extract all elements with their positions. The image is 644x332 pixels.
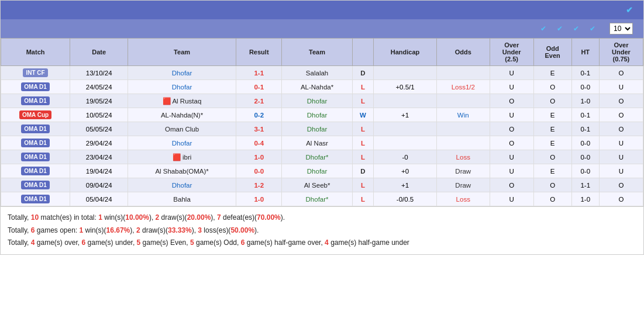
handicap-value: -0 bbox=[374, 150, 437, 164]
omacup-checkbox[interactable]: ✔ bbox=[573, 25, 579, 33]
odd-even-value: E bbox=[533, 122, 571, 136]
col-over-under-25: OverUnder(2.5) bbox=[490, 39, 533, 66]
team2-name: Dhofar bbox=[282, 122, 352, 136]
over-under-25: U bbox=[490, 108, 533, 122]
over-under-25: U bbox=[490, 66, 533, 80]
over-under-25: U bbox=[490, 80, 533, 94]
match-score: 0-1 bbox=[236, 80, 282, 94]
match-score: 0-4 bbox=[236, 136, 282, 150]
match-badge: OMA D1 bbox=[1, 164, 70, 178]
team1-name: Bahla bbox=[128, 192, 236, 206]
table-row: OMA D1 23/04/24 🟥 ibri 1-0 Dhofar* L -0 … bbox=[1, 150, 643, 164]
filter-intcf: ✔ bbox=[540, 25, 549, 33]
result-letter: D bbox=[352, 164, 374, 178]
col-over-under-075: OverUnder(0.75) bbox=[599, 39, 643, 66]
badge-label: OMA D1 bbox=[21, 181, 50, 189]
over-under-075: O bbox=[599, 122, 643, 136]
ht-score: 0-1 bbox=[571, 66, 599, 80]
badge-label: OMA D1 bbox=[21, 82, 50, 91]
odds-value: Draw bbox=[436, 178, 490, 192]
odd-even-value: O bbox=[533, 80, 571, 94]
omad1-checkbox[interactable]: ✔ bbox=[557, 25, 563, 33]
team2-name: Dhofar* bbox=[282, 150, 352, 164]
handicap-value bbox=[374, 122, 437, 136]
team1-name: Al Shabab(OMA)* bbox=[128, 164, 236, 178]
col-handicap: Handicap bbox=[374, 39, 437, 66]
match-badge: OMA D1 bbox=[1, 136, 70, 150]
team2-name: Dhofar bbox=[282, 164, 352, 178]
match-date: 19/05/24 bbox=[70, 94, 128, 108]
team1-name: 🟥 ibri bbox=[128, 150, 236, 164]
match-score: 1-0 bbox=[236, 192, 282, 206]
table-row: OMA D1 29/04/24 Dhofar 0-4 Al Nasr L O E… bbox=[1, 136, 643, 150]
team1-name: Dhofar bbox=[128, 136, 236, 150]
last-games-select[interactable]: 10 20 5 bbox=[609, 23, 633, 34]
odds-value: Loss1/2 bbox=[436, 80, 490, 94]
match-date: 29/04/24 bbox=[70, 136, 128, 150]
col-ht: HT bbox=[571, 39, 599, 66]
team1-name: 🟥 Al Rustaq bbox=[128, 94, 236, 108]
handicap-value bbox=[374, 94, 437, 108]
ht-score: 0-0 bbox=[571, 164, 599, 178]
match-badge: OMA D1 bbox=[1, 94, 70, 108]
footer-line2: Totally, 6 games open: 1 win(s)(16.67%),… bbox=[8, 224, 636, 237]
handicap-value: +1 bbox=[374, 108, 437, 122]
ht-score: 0-1 bbox=[571, 122, 599, 136]
odd-even-value: O bbox=[533, 94, 571, 108]
result-letter: L bbox=[352, 136, 374, 150]
odds-value bbox=[436, 66, 490, 80]
display-notes-checkbox[interactable]: ✔ bbox=[626, 5, 633, 15]
over-under-25: O bbox=[490, 178, 533, 192]
handicap-value: +0 bbox=[374, 164, 437, 178]
badge-label: OMA D1 bbox=[21, 167, 50, 175]
footer-line1: Totally, 10 match(es) in total: 1 win(s)… bbox=[8, 212, 636, 224]
team2-name: Dhofar bbox=[282, 108, 352, 122]
filter-bar: ✔ ✔ ✔ ✔ 10 20 5 bbox=[1, 19, 643, 38]
odd-even-value: E bbox=[533, 108, 571, 122]
match-date: 24/05/24 bbox=[70, 80, 128, 94]
odds-value bbox=[436, 94, 490, 108]
badge-label: OMA D1 bbox=[21, 195, 50, 203]
match-badge: OMA D1 bbox=[1, 178, 70, 192]
match-date: 13/10/24 bbox=[70, 66, 128, 80]
filter-omad1: ✔ bbox=[557, 25, 565, 33]
match-date: 09/04/24 bbox=[70, 178, 128, 192]
odd-even-value: E bbox=[533, 164, 571, 178]
team1-name: Dhofar bbox=[128, 80, 236, 94]
badge-label: OMA D1 bbox=[21, 96, 50, 105]
over-under-25: O bbox=[490, 122, 533, 136]
result-letter: L bbox=[352, 150, 374, 164]
over-under-25: U bbox=[490, 150, 533, 164]
main-container: ✔ ✔ ✔ ✔ ✔ 10 20 5 bbox=[0, 0, 644, 255]
filter-omafc: ✔ bbox=[590, 25, 598, 33]
table-row: OMA D1 09/04/24 Dhofar 1-2 Al Seeb* L +1… bbox=[1, 178, 643, 192]
omafc-checkbox[interactable]: ✔ bbox=[590, 25, 595, 33]
badge-label: OMA D1 bbox=[21, 153, 50, 161]
result-letter: L bbox=[352, 94, 374, 108]
ht-score: 1-0 bbox=[571, 94, 599, 108]
handicap-value bbox=[374, 136, 437, 150]
ht-score: 0-0 bbox=[571, 150, 599, 164]
odd-even-value: O bbox=[533, 178, 571, 192]
col-result-letter bbox=[352, 39, 374, 66]
over-under-075: U bbox=[599, 136, 643, 150]
result-letter: L bbox=[352, 122, 374, 136]
result-letter: L bbox=[352, 178, 374, 192]
intcf-checkbox[interactable]: ✔ bbox=[540, 25, 546, 33]
col-result: Result bbox=[236, 39, 282, 66]
over-under-25: U bbox=[490, 192, 533, 206]
over-under-075: O bbox=[599, 178, 643, 192]
match-score: 1-2 bbox=[236, 178, 282, 192]
col-match: Match bbox=[1, 39, 70, 66]
team1-name: Oman Club bbox=[128, 122, 236, 136]
match-date: 05/05/24 bbox=[70, 122, 128, 136]
match-score: 2-1 bbox=[236, 94, 282, 108]
over-under-075: U bbox=[599, 80, 643, 94]
odds-value: Draw bbox=[436, 164, 490, 178]
handicap-value: +0.5/1 bbox=[374, 80, 437, 94]
filter-omacup: ✔ bbox=[573, 25, 581, 33]
last-games-filter: 10 20 5 bbox=[606, 23, 636, 34]
over-under-25: U bbox=[490, 164, 533, 178]
odds-value bbox=[436, 122, 490, 136]
handicap-value: -0/0.5 bbox=[374, 192, 437, 206]
